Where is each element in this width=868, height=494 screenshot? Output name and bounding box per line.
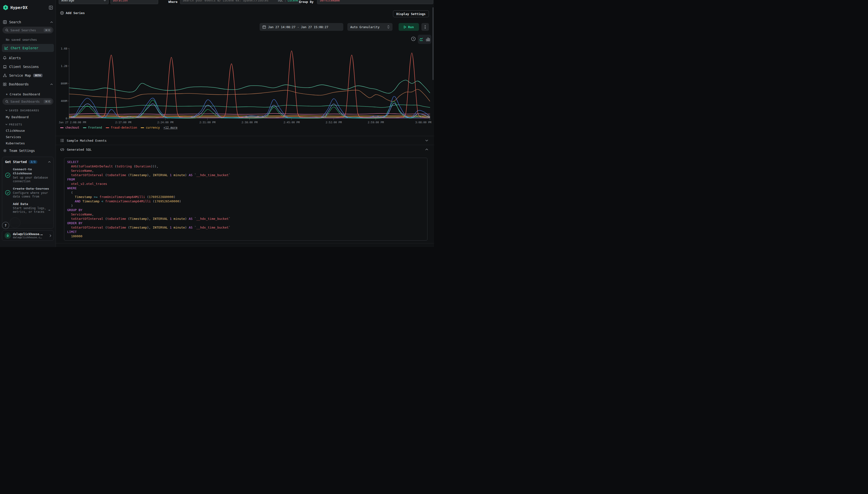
hyperdx-logo-icon [3, 5, 8, 11]
run-label: Run [408, 25, 413, 29]
get-started-collapse-button[interactable] [48, 161, 51, 163]
sample-matched-events-section[interactable]: Sample Matched Events [56, 136, 434, 145]
get-started-card: Get Started 2/3 Connect to ClickHouseSet… [2, 157, 54, 229]
date-range-input[interactable]: Jan 27 14:08:27 - Jan 27 15:08:27 [259, 23, 343, 31]
legend-item[interactable]: checkout [60, 126, 79, 129]
get-started-progress-badge: 2/3 [28, 160, 37, 164]
chevron-right-icon [50, 234, 51, 237]
time-icon-button[interactable] [411, 36, 416, 41]
scrollbar-thumb[interactable] [432, 7, 433, 80]
where-label: Where [168, 0, 178, 4]
granularity-select[interactable]: Auto Granularity [347, 23, 392, 31]
check-column [5, 202, 11, 214]
get-started-title: Get Started [5, 160, 27, 164]
brand: HyperDX [0, 4, 56, 11]
language-sql[interactable]: SQL [278, 0, 283, 2]
create-dashboard-button[interactable]: + Create Dashboard [6, 91, 40, 97]
sidebar-item-chart-explorer[interactable]: Chart Explorer [2, 44, 54, 52]
list-icon [60, 139, 64, 142]
sql-line: ORDER BY [67, 221, 424, 225]
sql-line: 100000 [67, 234, 424, 239]
sidebar-item-search[interactable]: Search [0, 18, 56, 26]
sql-line: Timestamp >= fromUnixTimestamp64Milli (1… [67, 195, 424, 199]
chart-explorer-icon [4, 46, 8, 50]
chevron-up-icon [425, 149, 428, 150]
item-title: Create Data Sources [13, 187, 51, 191]
chevron-down-icon [103, 0, 106, 1]
aggregation-select[interactable]: Average [59, 0, 109, 4]
search-input-wrap: SQL | Lucene [180, 0, 301, 4]
sidebar-item-my-dashboard[interactable]: My Dashboard [6, 114, 28, 120]
saved-searches-input[interactable]: Saved Searches ⌘ K [2, 27, 53, 34]
presets-group-header[interactable]: PRESETS [5, 122, 22, 127]
get-started-item[interactable]: Add DataStart sending logs, metrics, or … [5, 202, 51, 214]
get-started-item[interactable]: Create Data SourcesConfigure where your … [5, 187, 51, 198]
bell-icon [3, 56, 6, 60]
shortcut-badge: ⌘ K [44, 28, 52, 32]
sql-line: toStartOfInterval (toDateTime (Timestamp… [67, 173, 424, 177]
sidebar-item-preset[interactable]: ClickHouse [6, 128, 25, 133]
sidebar-item-team-settings[interactable]: Team Settings [0, 147, 56, 154]
group-by-input[interactable] [320, 0, 430, 2]
group-by-input-wrap [317, 0, 433, 4]
user-menu[interactable]: D dale@clickhouse.… dale@clickhouse.c… [2, 230, 54, 241]
legend-swatch [141, 127, 144, 128]
sidebar-item-preset[interactable]: Services [6, 134, 21, 140]
sidebar-item-client-sessions[interactable]: Client Sessions [0, 63, 56, 70]
search-input[interactable] [183, 0, 270, 2]
check-column [5, 187, 11, 198]
legend-item[interactable]: fraud-detection [106, 126, 137, 129]
sql-line: otel_v2.otel_traces [67, 182, 424, 186]
item-text: Create Data SourcesConfigure where your … [13, 187, 51, 198]
sidebar-item-dashboards[interactable]: Dashboards [0, 80, 56, 88]
more-options-button[interactable] [421, 23, 429, 31]
section-label: Generated SQL [67, 148, 92, 151]
search-icon [5, 100, 8, 103]
chevron-down-icon [5, 110, 7, 111]
svg-text:1.2B: 1.2B [61, 64, 67, 68]
table-icon [3, 20, 7, 24]
run-button[interactable]: Run [399, 23, 419, 31]
language-lucene[interactable]: Lucene [288, 0, 298, 2]
legend-item[interactable]: currency [141, 126, 160, 129]
service-map-icon [3, 74, 7, 77]
display-settings-button[interactable]: Display Settings [393, 11, 429, 17]
svg-text:2:45:00 PM: 2:45:00 PM [284, 121, 300, 124]
field-input[interactable] [113, 0, 155, 2]
sidebar-item-preset[interactable]: Kubernetes [6, 140, 25, 146]
timeseries-chart[interactable]: 0400M800M1.2B1.6BJan 27 2:08:00 PM2:17:0… [58, 46, 433, 127]
saved-dashboards-group-header[interactable]: SAVED DASHBOARDS [5, 109, 39, 112]
help-button[interactable]: ? [2, 222, 9, 229]
legend-label: fraud-detection [111, 126, 137, 129]
generated-sql-code[interactable]: SELECT AVG(toFloat64OrDefault (toString … [64, 158, 427, 241]
line-chart-icon [419, 37, 424, 41]
search-icon [5, 28, 8, 32]
section-label: Sample Matched Events [67, 139, 107, 142]
chevron-up-icon [50, 83, 53, 85]
legend-swatch [60, 127, 63, 128]
sidebar-item-alerts[interactable]: Alerts [0, 54, 56, 62]
main-content: Average Where SQL | Lucene Group B [56, 0, 434, 247]
date-range-value: Jan 27 14:08:27 - Jan 27 15:08:27 [268, 25, 328, 29]
sidebar-item-service-map[interactable]: Service Map BETA [0, 72, 56, 79]
chevron-up-icon [50, 21, 53, 23]
legend-more-link[interactable]: +12 more [163, 126, 178, 129]
code-icon [60, 148, 64, 151]
get-started-item[interactable]: Connect to ClickHouseSet up your databas… [5, 167, 51, 183]
sql-line: ) [67, 204, 424, 208]
field-input-wrap [110, 0, 158, 4]
line-chart-toggle[interactable] [419, 37, 424, 41]
bar-chart-toggle[interactable] [426, 37, 430, 41]
generated-sql-section[interactable]: Generated SQL [56, 145, 434, 154]
chevron-down-icon [5, 124, 7, 125]
sidebar-item-label: Chart Explorer [11, 46, 38, 50]
language-toggle[interactable]: SQL | Lucene [278, 0, 298, 2]
saved-dashboards-input[interactable]: Saved Dashboards ⌘ K [2, 98, 53, 105]
collapse-sidebar-button[interactable] [49, 5, 53, 10]
legend-item[interactable]: frontend [83, 126, 102, 129]
legend-swatch [106, 127, 109, 128]
sql-line: GROUP BY [67, 208, 424, 212]
item-text: Add DataStart sending logs, metrics, or … [13, 202, 51, 214]
collapse-panel-icon [49, 5, 53, 10]
add-series-button[interactable]: Add Series [60, 11, 85, 15]
